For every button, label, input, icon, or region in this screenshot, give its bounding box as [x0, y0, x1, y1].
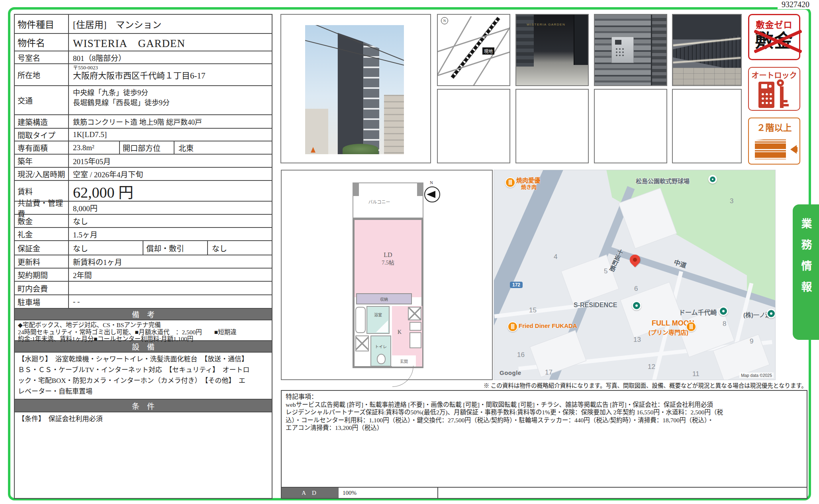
- map-label: 松島公園軟式野球場: [636, 176, 690, 185]
- row-value: 1.5ヶ月: [69, 228, 272, 240]
- equipment-line: ＢＳ・ＣＳ・ケーブルTV・インターネット対応 【セキュリティ】 オートロ: [18, 365, 268, 375]
- mailbox-photo: [673, 15, 741, 85]
- entrance-photo-frame: WISTERIA GARDEN: [515, 14, 589, 86]
- table-row: 駐車場 - -: [15, 294, 272, 308]
- row-value: [69, 282, 272, 294]
- building-photo-frame: [280, 14, 431, 163]
- floorplan-drawing: バルコニー LD 7.5帖 収納 浴室 トイレ K: [353, 182, 423, 368]
- table-row: 専有面積 23.8m² 開口部方位 北東: [15, 141, 272, 154]
- zip-code: 〒550-0023: [73, 65, 268, 71]
- counter: [410, 332, 421, 348]
- block-number: 15: [529, 306, 537, 314]
- row-label: 建築構造: [15, 115, 69, 128]
- row-label: 間取タイプ: [15, 129, 69, 141]
- block-number: 17: [545, 369, 553, 377]
- photo-detail: [343, 144, 378, 154]
- table-row: 町内会費: [15, 281, 272, 294]
- mailbox-photo-frame: [672, 14, 742, 86]
- water-section: 収納 浴室 トイレ K 玄関: [353, 297, 423, 368]
- special-terms-box: 特記事項： webサービス広告掲載 [許可]・転載事前連絡 [不要]・画像の転載…: [281, 390, 807, 499]
- row-label: 物件名: [15, 34, 69, 51]
- restaurant-poi-icon: [686, 322, 696, 332]
- map-label: (プリン専門店): [649, 328, 688, 336]
- google-logo: Google: [500, 369, 521, 376]
- block-number: 11: [692, 370, 699, 378]
- table-row: 築年 2015年05月: [15, 154, 272, 167]
- map-label: 焼き肉: [521, 183, 537, 190]
- empty-photo-frame: [594, 89, 667, 163]
- ld-label: LD: [355, 251, 421, 259]
- park-poi-icon: [708, 175, 717, 184]
- stove: [410, 322, 421, 331]
- sink: [408, 307, 421, 320]
- row-label: 礼金: [15, 228, 69, 240]
- map-attribution: Map data ©2025: [739, 373, 774, 378]
- transit-line-2: 長堀鶴見線「西長堀」徒歩9分: [73, 98, 268, 108]
- transit-line-1: 中央線「九条」徒歩9分: [73, 88, 268, 98]
- sketch-map-frame: N 現地: [437, 14, 510, 86]
- entrance-area: 玄関: [392, 355, 416, 367]
- equipment-line: 【水廻り】 浴室乾燥機・シャワートイレ・洗髪洗面化粧台 【放送・通信】: [18, 354, 268, 365]
- map-label: S-RESIDENCE: [574, 302, 617, 309]
- compass-icon: N: [441, 17, 448, 24]
- row-value: 2015年05月: [69, 155, 272, 167]
- table-row: 所在地 〒550-0023 大阪府大阪市西区千代崎１丁目6-17: [15, 63, 272, 85]
- deposit-zero-badge: 敷金ゼロ 敷金: [748, 14, 800, 60]
- table-row: 間取タイプ 1K[LD7.5]: [15, 128, 272, 141]
- remarks-line: ◆宅配ボックス、地デジ対応、CS・BSアンテナ完備: [18, 322, 268, 329]
- empty-photo-frame: [437, 89, 510, 163]
- map-label: Fried Diner FUKADA: [519, 322, 577, 329]
- building-floors-icon: [752, 135, 797, 163]
- building-sign-text: WISTERIA GARDEN: [527, 23, 565, 26]
- table-row: 共益費・管理費 8,000円: [15, 201, 272, 214]
- conditions-header: 条 件: [15, 399, 272, 412]
- row-value: 8,000円: [69, 202, 272, 214]
- block-number: 4: [554, 253, 557, 261]
- place-poi-icon: [719, 306, 728, 316]
- autolock-icon: [754, 81, 794, 110]
- row-label: 共益費・管理費: [15, 202, 69, 214]
- floorplan-frame: N バルコニー LD 7.5帖 収納 浴室 トイレ K: [281, 170, 493, 380]
- table-row: 交通 中央線「九条」徒歩9分 長堀鶴見線「西長堀」徒歩9分: [15, 85, 272, 114]
- table-row: 敷金 なし: [15, 214, 272, 227]
- building-exterior-photo: [305, 25, 404, 154]
- property-table: 物件種目 [住居用] マンション 物件名 WISTERIA GARDEN 号室名…: [14, 14, 272, 499]
- photo-detail: [611, 37, 634, 63]
- site-location-label: 現地: [482, 47, 494, 55]
- row-label: 現況/入居時期: [15, 168, 69, 180]
- route-shield: 172: [510, 282, 523, 288]
- row-label: 所在地: [15, 64, 69, 85]
- block-number: 16: [517, 351, 525, 359]
- special-terms-line: 込）・コールセンター利用料：1,100円（税込）・鍵交換代：27,500円（税込…: [286, 416, 803, 424]
- special-terms-title: 特記事項：: [286, 393, 803, 401]
- block-number: 3: [730, 197, 733, 205]
- row-value: なし: [208, 241, 272, 255]
- row-label: 更新料: [15, 255, 69, 268]
- ld-size-label: 7.5帖: [355, 259, 421, 267]
- second-floor-plus-title: ２階以上: [756, 120, 792, 133]
- row-label: 号室名: [15, 51, 69, 63]
- row-label: 町内会費: [15, 282, 69, 294]
- balcony-area: バルコニー: [353, 182, 423, 218]
- deposit-zero-title: 敷金ゼロ: [756, 18, 792, 30]
- business-info-tab: 業務情報: [793, 204, 819, 340]
- special-terms-line: レジデンシャルパートナーズ保証料:賃料等の50%(最低2万)、月額保証・事務手数…: [286, 408, 803, 416]
- photo-detail: [311, 147, 315, 153]
- special-terms-line: エアコン清掃費：13,200円（税込）: [286, 424, 803, 432]
- row-value: [住居用] マンション: [69, 15, 272, 33]
- equipment-text: 【水廻り】 浴室乾燥機・シャワートイレ・洗髪洗面化粧台 【放送・通信】 ＢＳ・Ｃ…: [15, 352, 272, 399]
- compass-n-label: N: [430, 180, 433, 185]
- closet-area: 収納: [356, 293, 412, 304]
- table-row: 契約期間 2年間: [15, 268, 272, 281]
- row-value: 2年間: [69, 269, 272, 281]
- table-row: 建築構造 鉄筋コンクリート造 地上9階 総戸数40戸: [15, 114, 272, 128]
- map-label: ドーム千代崎: [679, 307, 717, 317]
- washer-space: [355, 335, 369, 351]
- row-value: なし: [69, 215, 272, 227]
- compass-icon: [424, 186, 440, 202]
- property-name: WISTERIA GARDEN: [69, 34, 272, 51]
- rent-value: 62,000 円: [69, 181, 272, 201]
- row-label: 専有面積: [15, 141, 69, 154]
- photo-detail: [651, 15, 666, 86]
- remarks-line: 24時間セキュリティ・常時ゴミ出し可能、■月額水道代 ：2,500円 ■短期違: [18, 329, 268, 336]
